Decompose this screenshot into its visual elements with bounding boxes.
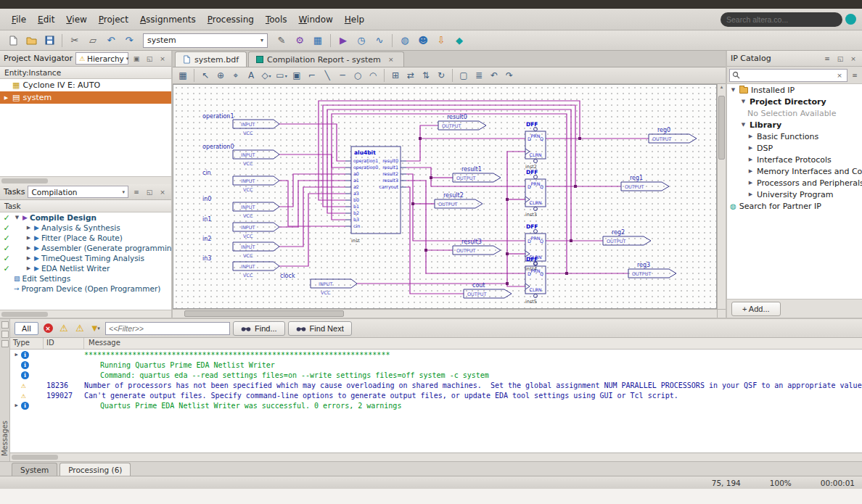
- menu-help[interactable]: Help: [339, 12, 370, 28]
- flip-vertical-button[interactable]: ⇅: [419, 69, 433, 83]
- ip-item-project-directory[interactable]: ▼ Project Directory: [727, 96, 862, 107]
- tree-item-device[interactable]: ▦ Cyclone IV E: AUTO: [0, 79, 171, 91]
- undo-button[interactable]: ↶: [487, 69, 501, 83]
- web-help-button[interactable]: ◍: [396, 33, 414, 49]
- scrollbar-thumb[interactable]: [1, 178, 48, 183]
- input-pin-in2[interactable]: in2 INPUT VCC: [202, 236, 279, 259]
- schematic-drawing[interactable]: operation1 INPUT VCC operation0 INPUT VC…: [173, 85, 717, 309]
- output-pin-result2[interactable]: OUTPUT result2: [435, 192, 483, 208]
- expander-icon[interactable]: ▶: [25, 265, 32, 271]
- redo-button[interactable]: ↷: [502, 69, 517, 83]
- menu-tools[interactable]: Tools: [260, 12, 293, 28]
- dock-messages-icon[interactable]: [1, 321, 9, 329]
- task-fitter[interactable]: ✓ ▶ ▶ Fitter (Place & Route): [0, 233, 171, 243]
- project-combo[interactable]: system ▾: [143, 33, 268, 48]
- filter-errors-button[interactable]: ×: [41, 322, 54, 335]
- clear-search-icon[interactable]: ×: [834, 70, 845, 80]
- undo-button[interactable]: ↶: [102, 33, 120, 49]
- tab-compilation-report[interactable]: Compilation Report - system ×: [248, 51, 404, 67]
- close-messages-icon[interactable]: [1, 340, 9, 347]
- ip-item-interface-protocols[interactable]: ▶ Interface Protocols: [727, 154, 862, 165]
- message-row[interactable]: ▶i Quartus Prime EDA Netlist Writer was …: [10, 400, 862, 410]
- menu-assignments[interactable]: Assignments: [134, 12, 202, 28]
- timing-analysis-button[interactable]: ◷: [353, 33, 370, 49]
- alu4bit-block[interactable]: alu4bit operation1 operation0: [345, 146, 406, 244]
- task-analysis-synthesis[interactable]: ✓ ▶ ▶ Analysis & Synthesis: [0, 223, 171, 233]
- copy-button[interactable]: ▱: [84, 33, 102, 49]
- flow-combo[interactable]: Compilation ▾: [28, 186, 128, 198]
- message-filter-input[interactable]: [109, 324, 226, 333]
- expander-icon[interactable]: ▶: [13, 352, 20, 358]
- fit-view-button[interactable]: ▢: [456, 69, 471, 83]
- arc-tool-button[interactable]: ◠: [366, 69, 380, 83]
- input-pin-operation0[interactable]: operation0 INPUT VCC: [202, 144, 279, 167]
- ip-list-view-icon[interactable]: ≡: [850, 70, 860, 80]
- circle-tool-button[interactable]: ○: [350, 69, 365, 83]
- panel-menu-icon[interactable]: ≡: [131, 187, 141, 197]
- expander-icon[interactable]: ▶: [3, 95, 9, 101]
- task-timequest[interactable]: ✓ ▶ ▶ TimeQuest Timing Analysis: [0, 253, 171, 263]
- dff-instance-4[interactable]: DFF PRN CLRN D Q inst5: [525, 256, 546, 305]
- task-program-device[interactable]: → Program Device (Open Programmer): [0, 284, 171, 294]
- float-panel-icon[interactable]: ◱: [144, 187, 155, 197]
- tab-system[interactable]: System: [12, 463, 57, 476]
- ip-search-input[interactable]: [742, 71, 832, 80]
- settings-editor-button[interactable]: ✎: [273, 33, 290, 49]
- input-pin-clock[interactable]: clock INPUT VCC: [280, 273, 357, 296]
- task-assembler[interactable]: ✓ ▶ ▶ Assembler (Generate programming fi…: [0, 243, 171, 253]
- float-panel-icon[interactable]: ◱: [835, 54, 845, 64]
- schematic-canvas[interactable]: operation1 INPUT VCC operation0 INPUT VC…: [173, 84, 717, 309]
- scrollbar-thumb[interactable]: [12, 455, 58, 460]
- tab-system-bdf[interactable]: system.bdf: [175, 51, 247, 67]
- filter-all-button[interactable]: All: [15, 322, 38, 335]
- line-tool-button[interactable]: ─: [335, 69, 350, 83]
- scrollbar-thumb[interactable]: [184, 310, 344, 317]
- dff-instance-2[interactable]: DFF PRN CLRN D Q inst3: [525, 169, 546, 218]
- assignment-editor-button[interactable]: ⚙: [291, 33, 308, 49]
- rotate-button[interactable]: ↻: [434, 69, 448, 83]
- expander-icon[interactable]: ▼: [14, 215, 20, 220]
- menu-file[interactable]: File: [6, 12, 32, 28]
- output-pin-reg1[interactable]: OUTPUT reg1: [621, 175, 669, 191]
- output-pin-result1[interactable]: OUTPUT result1: [453, 166, 501, 182]
- column-message[interactable]: Message: [84, 338, 862, 349]
- expander-icon[interactable]: ▶: [747, 145, 754, 151]
- float-panel-icon[interactable]: ◱: [144, 54, 155, 64]
- save-button[interactable]: [41, 33, 58, 49]
- expander-icon[interactable]: ▶: [25, 245, 32, 251]
- ip-item-processors[interactable]: ▶ Processors and Peripherals: [727, 177, 862, 189]
- output-pin-reg0[interactable]: OUTPUT reg0: [649, 127, 697, 143]
- input-pin-operation1[interactable]: operation1 INPUT VCC: [202, 113, 279, 136]
- download-center-button[interactable]: ⇩: [432, 33, 450, 49]
- navigator-hscrollbar[interactable]: [0, 176, 171, 184]
- tree-item-system[interactable]: ▶ ▤ system: [0, 91, 171, 104]
- ip-item-installed[interactable]: ▼ Installed IP: [727, 84, 862, 96]
- canvas-hscrollbar[interactable]: [173, 309, 717, 318]
- open-file-button[interactable]: [22, 33, 40, 49]
- input-pin-in0[interactable]: in0 INPUT VCC: [202, 196, 279, 219]
- task-edit-settings[interactable]: ▧ Edit Settings: [0, 273, 171, 284]
- zoom-tool-button[interactable]: ⊕: [213, 69, 228, 83]
- dff-instance-1[interactable]: DFF PRN CLRN D Q inst2: [525, 121, 546, 170]
- message-row[interactable]: ⚠ 199027 Can't generate output files. Sp…: [10, 390, 862, 400]
- panel-menu-icon[interactable]: ≡: [822, 54, 832, 64]
- selection-tool-button[interactable]: ↖: [198, 69, 213, 83]
- diagonal-line-button[interactable]: ╲: [320, 69, 334, 83]
- message-row[interactable]: ▶i *************************************…: [10, 350, 862, 360]
- expander-icon[interactable]: ▶: [13, 402, 20, 408]
- ip-item-library[interactable]: ▼ Library: [727, 119, 862, 131]
- output-pin-reg3[interactable]: OUTPUT reg3: [628, 262, 676, 278]
- float-messages-icon[interactable]: [1, 331, 9, 338]
- expander-icon[interactable]: ▶: [747, 157, 754, 162]
- canvas-vscrollbar[interactable]: ▴: [717, 84, 726, 309]
- input-pin-in3[interactable]: in3 INPUT VCC: [202, 255, 279, 278]
- block-tool-button[interactable]: ▣: [290, 69, 304, 83]
- expander-icon[interactable]: ▶: [747, 191, 754, 197]
- scroll-up-icon[interactable]: ▴: [721, 84, 723, 90]
- text-tool-button[interactable]: A: [244, 69, 258, 83]
- close-panel-icon[interactable]: ×: [848, 54, 858, 64]
- input-pin-in1[interactable]: in1 INPUT VCC: [202, 216, 279, 239]
- expander-icon[interactable]: ▶: [25, 235, 32, 241]
- output-pin-cout[interactable]: OUTPUT cout: [464, 282, 512, 298]
- pin-tool-button[interactable]: ▭▾: [274, 69, 289, 83]
